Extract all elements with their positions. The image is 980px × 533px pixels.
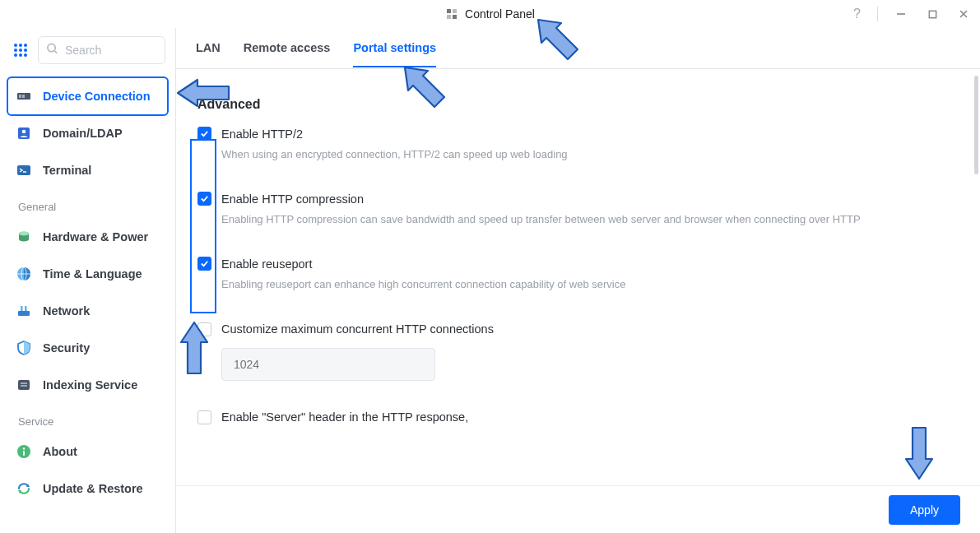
checkbox-server-header[interactable]	[197, 410, 211, 424]
sidebar-item-label: Network	[43, 304, 90, 317]
label-customize-max-connections: Customize maximum concurrent HTTP connec…	[221, 322, 494, 336]
sidebar-item-label: Security	[43, 341, 90, 355]
sidebar-item-label: Indexing Service	[43, 378, 137, 392]
section-title-advanced: Advanced	[197, 97, 959, 112]
search-icon	[46, 43, 58, 58]
svg-point-38	[23, 447, 26, 450]
svg-rect-39	[23, 451, 25, 456]
sidebar-item-domain-ldap[interactable]: Domain/LDAP	[8, 115, 167, 151]
sidebar-section-service: Service	[8, 404, 167, 433]
footer: Apply	[176, 485, 980, 533]
label-enable-reuseport: Enable reuseport	[221, 257, 312, 271]
svg-rect-31	[18, 311, 30, 316]
svg-rect-3	[453, 15, 457, 19]
domain-ldap-icon	[15, 124, 33, 142]
svg-line-18	[54, 51, 57, 53]
svg-point-13	[24, 49, 27, 52]
svg-point-12	[19, 49, 22, 52]
svg-rect-21	[22, 95, 25, 98]
svg-point-11	[14, 49, 17, 52]
svg-point-15	[19, 53, 22, 57]
svg-rect-20	[19, 95, 21, 98]
minimize-button[interactable]	[891, 4, 911, 24]
shield-icon	[15, 339, 33, 357]
sidebar-item-label: Domain/LDAP	[43, 127, 123, 140]
info-icon	[15, 443, 33, 461]
update-restore-icon	[15, 480, 33, 498]
annotation-box-checkboxes	[190, 139, 216, 313]
titlebar: Control Panel ?	[0, 0, 980, 28]
sidebar-item-about[interactable]: About	[8, 433, 167, 470]
window-title: Control Panel	[465, 7, 535, 21]
terminal-icon	[15, 161, 33, 179]
time-language-icon	[15, 265, 33, 283]
sidebar-item-hardware-power[interactable]: Hardware & Power	[8, 219, 167, 255]
svg-point-9	[19, 44, 22, 47]
tab-lan[interactable]: LAN	[196, 41, 221, 67]
svg-point-23	[22, 130, 26, 134]
apply-button[interactable]: Apply	[889, 495, 960, 525]
desc-enable-reuseport: Enabling reuseport can enhance high conc…	[221, 277, 959, 292]
svg-point-17	[48, 44, 55, 51]
svg-rect-0	[447, 9, 451, 13]
sidebar-item-security[interactable]: Security	[8, 330, 167, 366]
svg-point-27	[19, 232, 29, 236]
svg-rect-32	[21, 306, 23, 311]
tabs: LAN Remote access Portal settings	[176, 28, 980, 69]
label-enable-http2: Enable HTTP/2	[221, 127, 303, 141]
control-panel-icon	[445, 7, 458, 21]
content-area: Advanced Enable HTTP/2 When using an enc…	[176, 69, 980, 533]
indexing-service-icon	[15, 376, 33, 394]
help-button[interactable]: ?	[853, 7, 861, 21]
svg-rect-33	[25, 306, 27, 311]
sidebar-item-update-restore[interactable]: Update & Restore	[8, 470, 167, 507]
network-icon	[15, 302, 33, 320]
separator	[877, 7, 878, 21]
desc-enable-http-compression: Enabling HTTP compression can save bandw…	[221, 212, 959, 227]
tab-portal-settings[interactable]: Portal settings	[353, 41, 436, 67]
sidebar-item-indexing-service[interactable]: Indexing Service	[8, 367, 167, 403]
svg-point-8	[14, 44, 17, 47]
sidebar-item-label: About	[43, 445, 77, 458]
sidebar-item-time-language[interactable]: Time & Language	[8, 256, 167, 292]
svg-point-16	[24, 53, 27, 57]
svg-rect-1	[453, 9, 457, 13]
svg-point-14	[14, 53, 17, 57]
svg-point-10	[24, 44, 27, 47]
label-enable-http-compression: Enable HTTP compression	[221, 192, 364, 206]
maximize-button[interactable]	[922, 4, 942, 24]
sidebar-item-device-connection[interactable]: Device Connection	[8, 78, 167, 114]
desc-enable-http2: When using an encrypted connection, HTTP…	[221, 147, 959, 162]
sidebar-item-terminal[interactable]: Terminal	[8, 152, 167, 188]
sidebar: Device Connection Domain/LDAP Terminal G…	[0, 28, 176, 533]
svg-rect-24	[17, 165, 30, 175]
svg-rect-2	[447, 15, 451, 19]
input-max-connections[interactable]	[221, 348, 435, 381]
sidebar-item-network[interactable]: Network	[8, 293, 167, 329]
apps-grid-button[interactable]	[10, 39, 31, 61]
sidebar-item-label: Update & Restore	[43, 482, 143, 495]
sidebar-item-label: Device Connection	[43, 90, 151, 103]
sidebar-item-label: Hardware & Power	[43, 230, 148, 243]
tab-remote-access[interactable]: Remote access	[244, 41, 331, 67]
sidebar-item-label: Terminal	[43, 164, 91, 177]
label-server-header: Enable "Server" header in the HTTP respo…	[221, 410, 468, 424]
svg-rect-5	[929, 11, 936, 17]
sidebar-section-general: General	[8, 189, 167, 218]
device-connection-icon	[15, 87, 33, 105]
checkbox-customize-max-connections[interactable]	[197, 322, 211, 336]
sidebar-item-label: Time & Language	[43, 267, 142, 280]
main-panel: LAN Remote access Portal settings Advanc…	[176, 28, 980, 533]
hardware-power-icon	[15, 228, 33, 246]
svg-rect-34	[18, 380, 30, 390]
close-button[interactable]	[954, 4, 973, 24]
